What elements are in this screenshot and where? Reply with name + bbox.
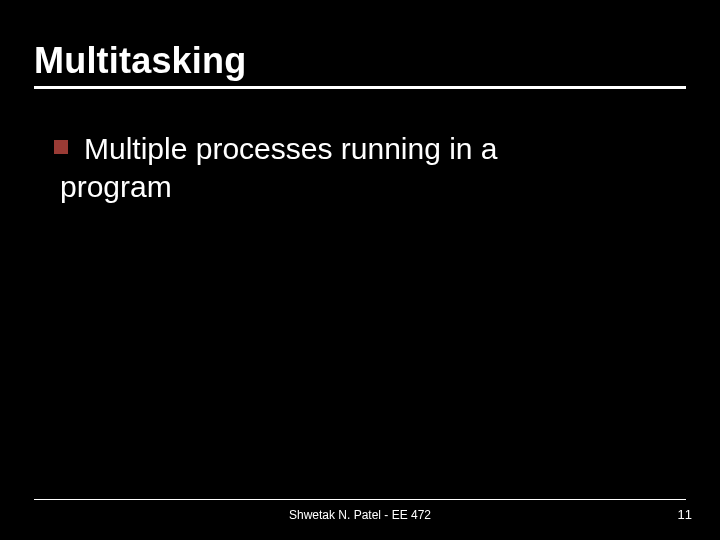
- slide-title: Multitasking: [34, 40, 686, 82]
- body-block: Multiple processes running in a program: [54, 130, 666, 205]
- bullet-item: Multiple processes running in a program: [54, 130, 666, 205]
- footer-separator: [34, 499, 686, 500]
- bullet-text: Multiple processes running in a program: [84, 130, 666, 205]
- title-block: Multitasking: [34, 40, 686, 89]
- page-number: 11: [678, 507, 692, 522]
- square-bullet-icon: [54, 140, 68, 154]
- bullet-line-2: program: [60, 168, 666, 206]
- footer-author: Shwetak N. Patel - EE 472: [0, 508, 720, 522]
- slide: Multitasking Multiple processes running …: [0, 0, 720, 540]
- title-underline: [34, 86, 686, 89]
- bullet-line-1: Multiple processes running in a: [84, 130, 666, 168]
